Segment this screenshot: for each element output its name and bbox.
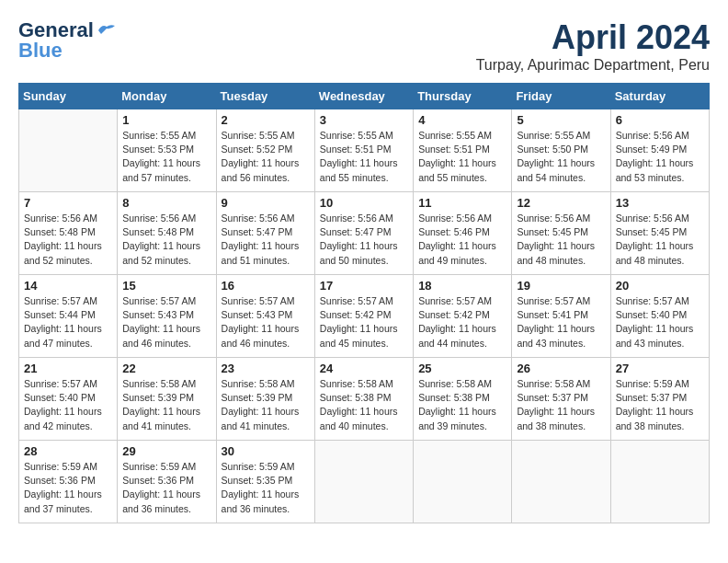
calendar-cell: 2Sunrise: 5:55 AMSunset: 5:52 PMDaylight… <box>216 109 314 192</box>
location-title: Turpay, Apurimac Department, Peru <box>476 57 710 74</box>
calendar-cell: 10Sunrise: 5:56 AMSunset: 5:47 PMDayligh… <box>314 192 413 275</box>
calendar-cell: 12Sunrise: 5:56 AMSunset: 5:45 PMDayligh… <box>512 192 610 275</box>
calendar-cell <box>414 441 512 523</box>
day-info: Sunrise: 5:57 AMSunset: 5:40 PMDaylight:… <box>24 377 112 433</box>
logo-blue: Blue <box>18 39 63 63</box>
day-number: 4 <box>418 113 506 127</box>
column-header-tuesday: Tuesday <box>216 84 314 109</box>
calendar-cell: 3Sunrise: 5:55 AMSunset: 5:51 PMDaylight… <box>314 109 413 192</box>
calendar-cell: 21Sunrise: 5:57 AMSunset: 5:40 PMDayligh… <box>19 358 118 441</box>
day-info: Sunrise: 5:55 AMSunset: 5:50 PMDaylight:… <box>517 129 605 185</box>
day-number: 13 <box>616 196 704 210</box>
calendar-cell: 28Sunrise: 5:59 AMSunset: 5:36 PMDayligh… <box>19 441 118 523</box>
calendar-cell: 7Sunrise: 5:56 AMSunset: 5:48 PMDaylight… <box>19 192 118 275</box>
day-info: Sunrise: 5:58 AMSunset: 5:39 PMDaylight:… <box>122 377 210 433</box>
week-row-5: 28Sunrise: 5:59 AMSunset: 5:36 PMDayligh… <box>19 441 710 523</box>
day-info: Sunrise: 5:56 AMSunset: 5:45 PMDaylight:… <box>616 212 704 268</box>
calendar-cell: 6Sunrise: 5:56 AMSunset: 5:49 PMDaylight… <box>610 109 709 192</box>
day-info: Sunrise: 5:56 AMSunset: 5:45 PMDaylight:… <box>517 212 605 268</box>
calendar-cell: 22Sunrise: 5:58 AMSunset: 5:39 PMDayligh… <box>118 358 216 441</box>
day-info: Sunrise: 5:59 AMSunset: 5:35 PMDaylight:… <box>222 460 310 516</box>
day-number: 12 <box>517 196 605 210</box>
week-row-4: 21Sunrise: 5:57 AMSunset: 5:40 PMDayligh… <box>19 358 710 441</box>
day-info: Sunrise: 5:55 AMSunset: 5:52 PMDaylight:… <box>222 129 310 185</box>
calendar-cell: 14Sunrise: 5:57 AMSunset: 5:44 PMDayligh… <box>19 275 118 358</box>
calendar-cell: 30Sunrise: 5:59 AMSunset: 5:35 PMDayligh… <box>216 441 314 523</box>
day-number: 28 <box>24 444 112 458</box>
day-info: Sunrise: 5:59 AMSunset: 5:36 PMDaylight:… <box>122 460 210 516</box>
calendar-cell: 29Sunrise: 5:59 AMSunset: 5:36 PMDayligh… <box>118 441 216 523</box>
day-info: Sunrise: 5:58 AMSunset: 5:39 PMDaylight:… <box>222 377 310 433</box>
week-row-2: 7Sunrise: 5:56 AMSunset: 5:48 PMDaylight… <box>19 192 710 275</box>
column-header-thursday: Thursday <box>414 84 512 109</box>
day-number: 10 <box>320 196 408 210</box>
day-number: 29 <box>122 444 210 458</box>
calendar-cell: 25Sunrise: 5:58 AMSunset: 5:38 PMDayligh… <box>414 358 512 441</box>
calendar-cell: 9Sunrise: 5:56 AMSunset: 5:47 PMDaylight… <box>216 192 314 275</box>
calendar-cell: 17Sunrise: 5:57 AMSunset: 5:42 PMDayligh… <box>314 275 413 358</box>
day-info: Sunrise: 5:56 AMSunset: 5:48 PMDaylight:… <box>122 212 210 268</box>
day-number: 18 <box>418 279 506 293</box>
day-info: Sunrise: 5:59 AMSunset: 5:37 PMDaylight:… <box>616 377 704 433</box>
day-number: 17 <box>320 279 408 293</box>
day-number: 3 <box>320 113 408 127</box>
day-number: 2 <box>222 113 310 127</box>
day-info: Sunrise: 5:56 AMSunset: 5:49 PMDaylight:… <box>616 129 704 185</box>
day-number: 24 <box>320 362 408 375</box>
day-info: Sunrise: 5:58 AMSunset: 5:38 PMDaylight:… <box>418 377 506 433</box>
day-info: Sunrise: 5:55 AMSunset: 5:51 PMDaylight:… <box>320 129 408 185</box>
day-info: Sunrise: 5:58 AMSunset: 5:38 PMDaylight:… <box>320 377 408 433</box>
day-info: Sunrise: 5:55 AMSunset: 5:53 PMDaylight:… <box>122 129 210 185</box>
day-number: 16 <box>222 279 310 293</box>
day-number: 25 <box>418 362 506 375</box>
calendar-cell: 20Sunrise: 5:57 AMSunset: 5:40 PMDayligh… <box>610 275 709 358</box>
day-info: Sunrise: 5:57 AMSunset: 5:42 PMDaylight:… <box>418 294 506 350</box>
month-title: April 2024 <box>476 18 710 57</box>
column-header-saturday: Saturday <box>610 84 709 109</box>
column-header-friday: Friday <box>512 84 610 109</box>
calendar-cell: 19Sunrise: 5:57 AMSunset: 5:41 PMDayligh… <box>512 275 610 358</box>
calendar-cell: 11Sunrise: 5:56 AMSunset: 5:46 PMDayligh… <box>414 192 512 275</box>
week-row-1: 1Sunrise: 5:55 AMSunset: 5:53 PMDaylight… <box>19 109 710 192</box>
calendar-cell: 1Sunrise: 5:55 AMSunset: 5:53 PMDaylight… <box>118 109 216 192</box>
calendar-cell: 24Sunrise: 5:58 AMSunset: 5:38 PMDayligh… <box>314 358 413 441</box>
calendar-cell: 23Sunrise: 5:58 AMSunset: 5:39 PMDayligh… <box>216 358 314 441</box>
day-info: Sunrise: 5:56 AMSunset: 5:48 PMDaylight:… <box>24 212 112 268</box>
day-info: Sunrise: 5:57 AMSunset: 5:41 PMDaylight:… <box>517 294 605 350</box>
calendar-table: SundayMondayTuesdayWednesdayThursdayFrid… <box>18 83 710 523</box>
day-number: 1 <box>122 113 210 127</box>
column-header-monday: Monday <box>118 84 216 109</box>
day-info: Sunrise: 5:55 AMSunset: 5:51 PMDaylight:… <box>418 129 506 185</box>
day-number: 19 <box>517 279 605 293</box>
calendar-cell <box>512 441 610 523</box>
calendar-cell <box>314 441 413 523</box>
column-header-sunday: Sunday <box>19 84 118 109</box>
calendar-cell <box>19 109 118 192</box>
calendar-cell: 4Sunrise: 5:55 AMSunset: 5:51 PMDaylight… <box>414 109 512 192</box>
day-info: Sunrise: 5:59 AMSunset: 5:36 PMDaylight:… <box>24 460 112 516</box>
column-header-wednesday: Wednesday <box>314 84 413 109</box>
calendar-header-row: SundayMondayTuesdayWednesdayThursdayFrid… <box>19 84 710 109</box>
logo-bird-icon <box>97 22 117 39</box>
calendar-cell <box>610 441 709 523</box>
week-row-3: 14Sunrise: 5:57 AMSunset: 5:44 PMDayligh… <box>19 275 710 358</box>
day-info: Sunrise: 5:57 AMSunset: 5:43 PMDaylight:… <box>122 294 210 350</box>
day-number: 6 <box>616 113 704 127</box>
day-number: 14 <box>24 279 112 293</box>
day-info: Sunrise: 5:57 AMSunset: 5:43 PMDaylight:… <box>222 294 310 350</box>
day-info: Sunrise: 5:57 AMSunset: 5:42 PMDaylight:… <box>320 294 408 350</box>
calendar-cell: 13Sunrise: 5:56 AMSunset: 5:45 PMDayligh… <box>610 192 709 275</box>
day-number: 7 <box>24 196 112 210</box>
day-number: 26 <box>517 362 605 375</box>
day-number: 23 <box>222 362 310 375</box>
day-info: Sunrise: 5:56 AMSunset: 5:46 PMDaylight:… <box>418 212 506 268</box>
day-number: 30 <box>222 444 310 458</box>
calendar-cell: 26Sunrise: 5:58 AMSunset: 5:37 PMDayligh… <box>512 358 610 441</box>
day-info: Sunrise: 5:56 AMSunset: 5:47 PMDaylight:… <box>320 212 408 268</box>
page-header: General Blue April 2024 Turpay, Apurimac… <box>18 18 710 74</box>
day-number: 9 <box>222 196 310 210</box>
title-block: April 2024 Turpay, Apurimac Department, … <box>476 18 710 74</box>
day-number: 15 <box>122 279 210 293</box>
day-number: 21 <box>24 362 112 375</box>
day-info: Sunrise: 5:58 AMSunset: 5:37 PMDaylight:… <box>517 377 605 433</box>
